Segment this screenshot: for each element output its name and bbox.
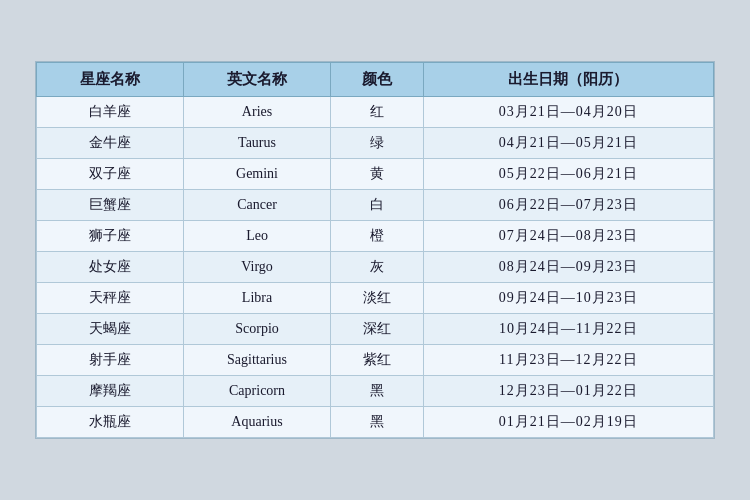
cell-r2-c0: 双子座 [37,159,184,190]
cell-r10-c3: 01月21日—02月19日 [423,407,713,438]
cell-r2-c3: 05月22日—06月21日 [423,159,713,190]
table-row: 天秤座Libra淡红09月24日—10月23日 [37,283,714,314]
cell-r1-c0: 金牛座 [37,128,184,159]
cell-r3-c2: 白 [331,190,424,221]
header-col-2: 颜色 [331,63,424,97]
cell-r0-c1: Aries [184,97,331,128]
table-row: 摩羯座Capricorn黑12月23日—01月22日 [37,376,714,407]
cell-r1-c1: Taurus [184,128,331,159]
cell-r0-c3: 03月21日—04月20日 [423,97,713,128]
table-row: 天蝎座Scorpio深红10月24日—11月22日 [37,314,714,345]
cell-r8-c2: 紫红 [331,345,424,376]
cell-r6-c1: Libra [184,283,331,314]
cell-r4-c0: 狮子座 [37,221,184,252]
table-body: 白羊座Aries红03月21日—04月20日金牛座Taurus绿04月21日—0… [37,97,714,438]
header-col-0: 星座名称 [37,63,184,97]
cell-r4-c1: Leo [184,221,331,252]
cell-r9-c3: 12月23日—01月22日 [423,376,713,407]
table-row: 双子座Gemini黄05月22日—06月21日 [37,159,714,190]
cell-r6-c3: 09月24日—10月23日 [423,283,713,314]
cell-r7-c1: Scorpio [184,314,331,345]
header-col-3: 出生日期（阳历） [423,63,713,97]
cell-r2-c1: Gemini [184,159,331,190]
cell-r8-c3: 11月23日—12月22日 [423,345,713,376]
cell-r8-c0: 射手座 [37,345,184,376]
cell-r4-c3: 07月24日—08月23日 [423,221,713,252]
cell-r0-c2: 红 [331,97,424,128]
cell-r2-c2: 黄 [331,159,424,190]
table-row: 射手座Sagittarius紫红11月23日—12月22日 [37,345,714,376]
zodiac-table-container: 星座名称英文名称颜色出生日期（阳历） 白羊座Aries红03月21日—04月20… [35,61,715,439]
cell-r10-c0: 水瓶座 [37,407,184,438]
table-row: 水瓶座Aquarius黑01月21日—02月19日 [37,407,714,438]
cell-r4-c2: 橙 [331,221,424,252]
cell-r5-c0: 处女座 [37,252,184,283]
cell-r8-c1: Sagittarius [184,345,331,376]
cell-r9-c1: Capricorn [184,376,331,407]
cell-r9-c2: 黑 [331,376,424,407]
cell-r6-c2: 淡红 [331,283,424,314]
cell-r3-c1: Cancer [184,190,331,221]
table-row: 处女座Virgo灰08月24日—09月23日 [37,252,714,283]
cell-r10-c2: 黑 [331,407,424,438]
cell-r7-c3: 10月24日—11月22日 [423,314,713,345]
cell-r10-c1: Aquarius [184,407,331,438]
cell-r7-c2: 深红 [331,314,424,345]
cell-r7-c0: 天蝎座 [37,314,184,345]
cell-r0-c0: 白羊座 [37,97,184,128]
cell-r5-c2: 灰 [331,252,424,283]
cell-r3-c0: 巨蟹座 [37,190,184,221]
header-col-1: 英文名称 [184,63,331,97]
table-row: 狮子座Leo橙07月24日—08月23日 [37,221,714,252]
cell-r9-c0: 摩羯座 [37,376,184,407]
table-header-row: 星座名称英文名称颜色出生日期（阳历） [37,63,714,97]
cell-r1-c2: 绿 [331,128,424,159]
zodiac-table: 星座名称英文名称颜色出生日期（阳历） 白羊座Aries红03月21日—04月20… [36,62,714,438]
cell-r6-c0: 天秤座 [37,283,184,314]
table-row: 金牛座Taurus绿04月21日—05月21日 [37,128,714,159]
cell-r3-c3: 06月22日—07月23日 [423,190,713,221]
cell-r5-c1: Virgo [184,252,331,283]
cell-r1-c3: 04月21日—05月21日 [423,128,713,159]
cell-r5-c3: 08月24日—09月23日 [423,252,713,283]
table-row: 巨蟹座Cancer白06月22日—07月23日 [37,190,714,221]
table-row: 白羊座Aries红03月21日—04月20日 [37,97,714,128]
